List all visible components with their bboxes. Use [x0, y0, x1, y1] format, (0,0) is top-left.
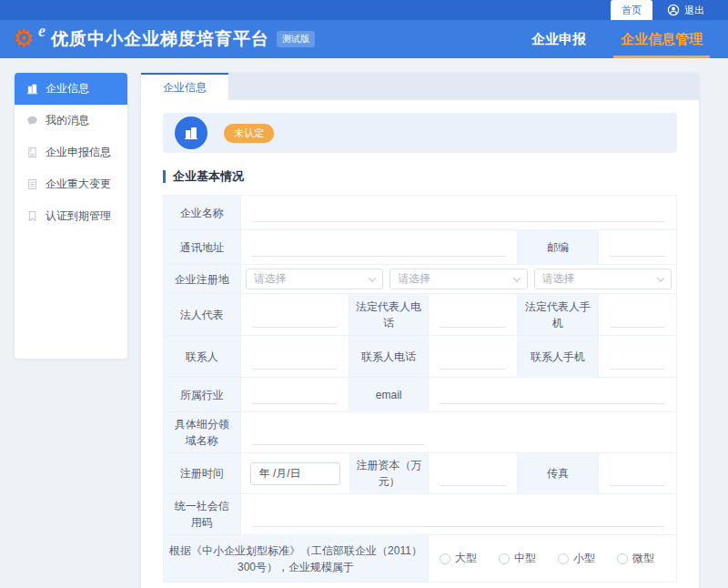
- form-row-legal-representative: 法人代表 法定代表人电话 法定代表人手机: [164, 294, 676, 336]
- credit-code-input[interactable]: [252, 512, 665, 527]
- address-input[interactable]: [252, 242, 506, 257]
- form-row-industry: 所属行业 email: [164, 378, 676, 412]
- reg-date-input[interactable]: 年 /月/日: [250, 462, 340, 485]
- email-label: email: [349, 378, 429, 411]
- logout-label: 退出: [684, 4, 704, 17]
- sidebar-item-enterprise-info[interactable]: 企业信息: [15, 73, 127, 105]
- sidebar-item-label: 企业申报信息: [46, 145, 111, 160]
- bookmark-icon: [26, 210, 38, 222]
- primary-nav: 企业申报 企业信息管理: [531, 20, 703, 58]
- enterprise-avatar: [175, 117, 207, 149]
- reg-location-label: 企业注册地: [164, 265, 241, 293]
- reg-date-label: 注册时间: [164, 453, 241, 493]
- form-row-credit-code: 统一社会信用码: [164, 494, 676, 535]
- form-row-contact: 联系人 联系人电话 联系人手机: [164, 336, 676, 378]
- sidebar-item-major-changes[interactable]: 企业重大变更: [15, 168, 127, 200]
- radio-large[interactable]: 大型: [440, 551, 477, 566]
- tab-enterprise-info[interactable]: 企业信息: [141, 73, 228, 100]
- top-utility-bar: 首页 退出: [0, 0, 728, 20]
- legal-rep-mobile-input[interactable]: [610, 313, 665, 328]
- district-select[interactable]: 请选择: [534, 269, 672, 289]
- email-input[interactable]: [440, 390, 665, 404]
- radio-small[interactable]: 小型: [558, 551, 595, 566]
- reg-capital-label: 注册资本（万元）: [350, 453, 430, 493]
- form-row-enterprise-scale: 根据《中小企业划型标准》（工信部联企业（2011）300号），企业规模属于 大型…: [164, 535, 676, 583]
- nav-enterprise-declaration[interactable]: 企业申报: [531, 20, 586, 58]
- change-doc-icon: [26, 178, 38, 190]
- fax-input[interactable]: [610, 471, 665, 486]
- contact-phone-input[interactable]: [440, 355, 506, 370]
- chevron-down-icon: [657, 274, 664, 281]
- app-header: ⚙ e 优质中小企业梯度培育平台 测试版 企业申报 企业信息管理: [0, 20, 728, 58]
- scale-label: 根据《中小企业划型标准》（工信部联企业（2011）300号），企业规模属于: [164, 535, 429, 582]
- postcode-input[interactable]: [610, 242, 665, 257]
- industry-input[interactable]: [252, 390, 339, 404]
- form-row-registration-location: 企业注册地 请选择 请选择 请选择: [164, 265, 676, 294]
- section-title: 企业基本情况: [163, 168, 677, 185]
- chevron-down-icon: [369, 274, 376, 281]
- radio-micro[interactable]: 微型: [617, 551, 654, 566]
- app-title: 优质中小企业梯度培育平台: [51, 27, 269, 51]
- sidebar-item-my-messages[interactable]: 我的消息: [15, 105, 127, 137]
- contact-label: 联系人: [164, 336, 241, 377]
- sidebar: 企业信息 我的消息 企业申报信息 企业重大变更: [15, 73, 127, 359]
- enterprise-basic-info-form: 企业名称 通讯地址 邮编 企业注册地 请选择: [163, 195, 677, 583]
- radio-medium[interactable]: 中型: [499, 551, 536, 566]
- legal-rep-label: 法人代表: [164, 294, 241, 335]
- scale-radio-group: 大型 中型 小型 微型: [429, 535, 676, 582]
- subdivision-label: 具体细分领域名称: [164, 412, 241, 452]
- province-select[interactable]: 请选择: [246, 269, 383, 289]
- beta-badge: 测试版: [277, 31, 315, 47]
- address-label: 通讯地址: [164, 230, 241, 264]
- city-select[interactable]: 请选择: [389, 269, 527, 289]
- form-row-company-name: 企业名称: [164, 196, 676, 230]
- declaration-doc-icon: [26, 147, 38, 158]
- app-logo-icon: ⚙ e: [15, 24, 46, 55]
- home-link[interactable]: 首页: [611, 0, 652, 20]
- reg-capital-input[interactable]: [440, 471, 506, 486]
- status-badge: 未认定: [224, 124, 274, 143]
- radio-icon: [499, 553, 510, 564]
- industry-label: 所属行业: [164, 378, 241, 411]
- sidebar-item-label: 认证到期管理: [46, 208, 111, 224]
- radio-icon: [558, 553, 569, 564]
- contact-input[interactable]: [252, 355, 339, 370]
- sidebar-item-label: 企业重大变更: [46, 177, 111, 192]
- building-icon: [183, 125, 199, 141]
- legal-rep-phone-label: 法定代表人电话: [349, 294, 429, 335]
- legal-rep-input[interactable]: [252, 313, 339, 328]
- enterprise-status-banner: 未认定: [163, 113, 677, 153]
- postcode-label: 邮编: [518, 230, 600, 264]
- contact-mobile-input[interactable]: [610, 355, 665, 370]
- workspace: 企业信息 我的消息 企业申报信息 企业重大变更: [0, 58, 728, 588]
- logout-link[interactable]: 退出: [667, 0, 704, 20]
- radio-icon: [617, 553, 628, 564]
- chevron-down-icon: [512, 274, 520, 281]
- form-row-registration: 注册时间 年 /月/日 注册资本（万元） 传真: [164, 453, 676, 494]
- gear-icon: ⚙: [13, 25, 34, 52]
- sidebar-item-label: 我的消息: [46, 113, 89, 128]
- company-name-label: 企业名称: [164, 196, 241, 229]
- sidebar-item-certification-expiry[interactable]: 认证到期管理: [15, 200, 127, 232]
- sidebar-item-declaration-info[interactable]: 企业申报信息: [15, 137, 127, 168]
- legal-rep-phone-input[interactable]: [440, 313, 506, 328]
- contact-mobile-label: 联系人手机: [518, 336, 600, 377]
- subdivision-input[interactable]: [252, 431, 425, 445]
- radio-icon: [440, 553, 450, 564]
- user-avatar-icon: [667, 4, 680, 16]
- contact-phone-label: 联系人电话: [349, 336, 429, 377]
- tab-bar: 企业信息: [141, 73, 699, 100]
- message-icon: [26, 115, 38, 127]
- company-name-input[interactable]: [252, 208, 665, 222]
- credit-code-label: 统一社会信用码: [164, 494, 241, 534]
- sidebar-item-label: 企业信息: [46, 81, 89, 96]
- legal-rep-mobile-label: 法定代表人手机: [518, 294, 600, 335]
- nav-enterprise-info-management[interactable]: 企业信息管理: [621, 20, 703, 58]
- content-card: 企业信息 未认定 企业基本情况 企业名称: [141, 73, 699, 588]
- building-icon: [26, 83, 38, 95]
- fax-label: 传真: [518, 453, 600, 493]
- form-row-address: 通讯地址 邮编: [164, 230, 676, 265]
- form-row-subdivision: 具体细分领域名称: [164, 412, 676, 453]
